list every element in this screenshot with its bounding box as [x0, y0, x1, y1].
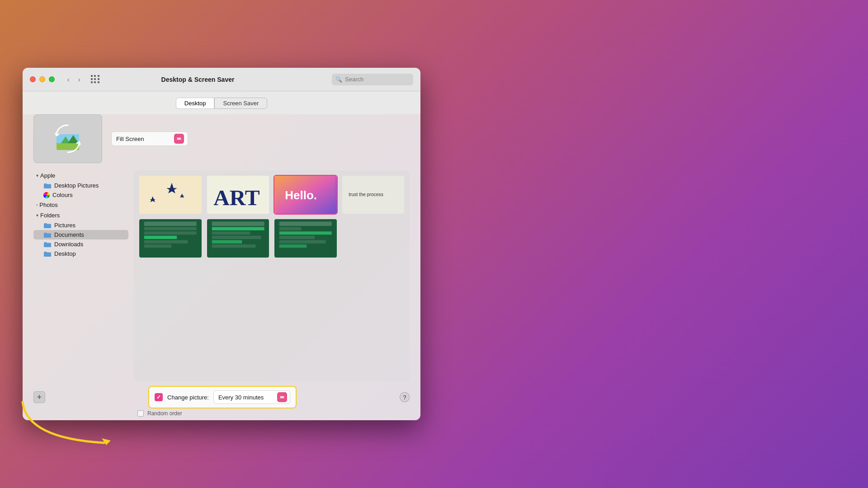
svg-rect-29: [279, 222, 332, 226]
svg-rect-18: [144, 236, 177, 239]
random-order-row: Random order: [33, 410, 410, 420]
sidebar-item-desktop[interactable]: Desktop: [33, 249, 128, 258]
tab-bar: Desktop Screen Saver: [23, 91, 420, 114]
tab-screensaver[interactable]: Screen Saver: [214, 98, 267, 109]
change-picture-label: Change picture:: [167, 394, 209, 401]
photos-label: Photos: [39, 202, 57, 208]
svg-rect-17: [144, 232, 197, 235]
every-30-dropdown[interactable]: Every 30 minutes: [213, 390, 290, 404]
sidebar-item-pictures[interactable]: Pictures: [33, 221, 128, 230]
content-area: Desktop Screen Saver: [23, 91, 420, 420]
svg-rect-30: [279, 227, 301, 230]
chevron-down-icon: ▾: [36, 173, 38, 178]
random-order-label: Random order: [147, 410, 182, 417]
wallpaper-thumb-6[interactable]: [206, 218, 270, 258]
wallpaper-thumb-4[interactable]: trust the process: [341, 175, 406, 215]
svg-rect-15: [144, 222, 197, 226]
svg-rect-22: [212, 222, 264, 226]
tab-desktop[interactable]: Desktop: [176, 98, 215, 109]
desktop-folder-label: Desktop: [54, 250, 76, 257]
svg-rect-24: [212, 232, 250, 235]
wallpaper-thumb-1[interactable]: [138, 175, 203, 215]
main-window: ‹ › Desktop & Screen Saver 🔍 Desktop Scr…: [23, 68, 420, 420]
fill-screen-dropdown[interactable]: Fill Screen: [111, 131, 188, 146]
every-30-stepper[interactable]: [277, 392, 287, 402]
downloads-label: Downloads: [54, 241, 83, 248]
wallpaper-thumb-7[interactable]: [274, 218, 338, 258]
svg-rect-31: [279, 232, 332, 235]
wallpaper-thumb-3[interactable]: Hello.: [274, 175, 338, 215]
preview-row: Fill Screen: [33, 114, 410, 163]
svg-rect-26: [212, 240, 241, 244]
svg-rect-34: [279, 245, 307, 248]
chevron-down-icon-2: ▾: [36, 213, 38, 218]
sidebar-item-documents[interactable]: Documents: [33, 230, 128, 239]
folder-icon-desktop: [43, 251, 52, 257]
svg-rect-16: [144, 227, 197, 230]
window-title: Desktop & Screen Saver: [69, 76, 326, 83]
svg-rect-4: [141, 176, 200, 214]
traffic-lights: [30, 76, 55, 82]
svg-rect-20: [144, 245, 171, 248]
wallpaper-thumb-5[interactable]: [138, 218, 203, 258]
fill-screen-stepper[interactable]: [174, 134, 184, 144]
svg-rect-25: [212, 236, 261, 239]
svg-marker-35: [102, 438, 111, 445]
sidebar-item-colours[interactable]: Colours: [33, 190, 128, 200]
two-pane: ▾ Apple Desktop Pictures Colours: [33, 170, 410, 381]
svg-text:ART: ART: [213, 185, 260, 210]
colours-label: Colours: [52, 192, 73, 198]
sidebar-item-desktop-pictures[interactable]: Desktop Pictures: [33, 181, 128, 190]
search-icon: 🔍: [335, 76, 342, 83]
minimize-button[interactable]: [39, 76, 45, 82]
apple-label: Apple: [40, 172, 55, 179]
desktop-pictures-label: Desktop Pictures: [54, 182, 99, 189]
folder-icon-pictures: [43, 222, 52, 229]
pictures-label: Pictures: [54, 222, 75, 229]
svg-rect-19: [144, 240, 188, 244]
wallpaper-preview: [33, 114, 102, 163]
sidebar-item-downloads[interactable]: Downloads: [33, 239, 128, 249]
sidebar-section-photos[interactable]: › Photos: [33, 200, 128, 210]
main-panel: Fill Screen ▾ Apple: [23, 114, 420, 420]
change-picture-row: Change picture: Every 30 minutes: [148, 386, 297, 408]
search-input[interactable]: [345, 76, 410, 83]
chevron-right-icon: ›: [36, 202, 38, 207]
sidebar: ▾ Apple Desktop Pictures Colours: [33, 170, 128, 381]
titlebar: ‹ › Desktop & Screen Saver 🔍: [23, 68, 420, 91]
help-button[interactable]: ?: [400, 392, 410, 402]
folder-icon: [43, 183, 52, 189]
change-picture-checkbox[interactable]: [155, 393, 163, 401]
color-wheel-icon: [43, 192, 50, 198]
wallpaper-grid: ART: [134, 170, 410, 381]
svg-text:trust the process: trust the process: [349, 192, 383, 197]
svg-rect-32: [279, 236, 315, 239]
search-bar[interactable]: 🔍: [332, 74, 413, 85]
svg-text:Hello.: Hello.: [285, 188, 317, 202]
fill-screen-label: Fill Screen: [116, 136, 170, 142]
every-30-label: Every 30 minutes: [218, 394, 274, 401]
wallpaper-thumb-2[interactable]: ART: [206, 175, 270, 215]
random-order-checkbox[interactable]: [137, 410, 144, 417]
bottom-bar: + Change picture: Every 30 minutes ?: [33, 381, 410, 414]
folders-label: Folders: [40, 212, 60, 219]
folder-icon-documents: [43, 232, 52, 238]
svg-rect-33: [279, 240, 326, 244]
folder-icon-downloads: [43, 241, 52, 248]
documents-label: Documents: [54, 231, 84, 238]
svg-rect-27: [212, 245, 255, 248]
svg-rect-23: [212, 227, 264, 230]
maximize-button[interactable]: [49, 76, 55, 82]
sidebar-section-folders[interactable]: ▾ Folders: [33, 210, 128, 221]
close-button[interactable]: [30, 76, 36, 82]
sidebar-section-apple[interactable]: ▾ Apple: [33, 170, 128, 181]
add-button[interactable]: +: [33, 391, 45, 403]
